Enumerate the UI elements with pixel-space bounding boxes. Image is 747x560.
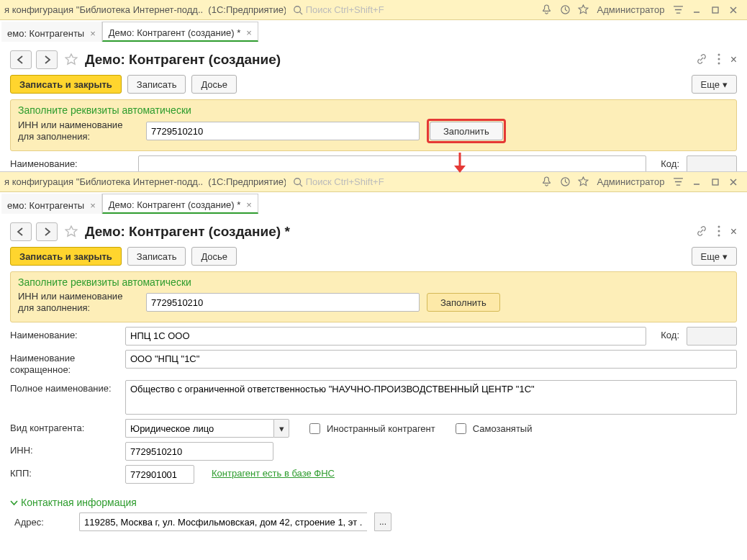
code-input[interactable] bbox=[687, 327, 737, 346]
save-and-close-button[interactable]: Записать и закрыть bbox=[10, 247, 122, 266]
fill-button[interactable]: Заполнить bbox=[427, 293, 500, 312]
close-window-button[interactable] bbox=[725, 174, 741, 190]
close-icon[interactable]: × bbox=[246, 27, 252, 38]
titlebar: я конфигурация "Библиотека Интернет-подд… bbox=[0, 0, 747, 20]
star-icon[interactable] bbox=[576, 2, 592, 18]
address-input[interactable] bbox=[79, 512, 367, 531]
full-name-input[interactable] bbox=[125, 380, 737, 415]
full-name-label: Полное наименование: bbox=[10, 380, 118, 394]
maximize-button[interactable] bbox=[707, 174, 723, 190]
tab-list-label: емо: Контрагенты bbox=[7, 28, 84, 39]
bell-icon[interactable] bbox=[539, 2, 555, 18]
more-button[interactable]: Еще▾ bbox=[692, 247, 737, 266]
name-input[interactable] bbox=[138, 155, 646, 171]
bell-icon[interactable] bbox=[539, 174, 555, 190]
svg-point-15 bbox=[717, 230, 720, 232]
svg-point-6 bbox=[717, 58, 720, 60]
foreign-checkbox[interactable]: Иностранный контрагент bbox=[307, 421, 435, 436]
back-button[interactable] bbox=[10, 50, 32, 69]
maximize-button[interactable] bbox=[707, 2, 723, 18]
global-search[interactable]: Поиск Ctrl+Shift+F bbox=[293, 176, 538, 187]
name-label: Наименование: bbox=[10, 155, 131, 170]
kind-label: Вид контрагента: bbox=[10, 423, 118, 434]
forward-button[interactable] bbox=[36, 222, 58, 241]
chevron-down-icon bbox=[10, 499, 18, 507]
kebab-icon[interactable] bbox=[717, 53, 720, 67]
history-icon[interactable] bbox=[557, 2, 573, 18]
save-button[interactable]: Записать bbox=[127, 75, 186, 94]
global-search[interactable]: Поиск Ctrl+Shift+F bbox=[293, 4, 538, 15]
minimize-button[interactable] bbox=[689, 2, 705, 18]
autofill-input[interactable] bbox=[146, 293, 420, 312]
more-button[interactable]: Еще▾ bbox=[692, 75, 737, 94]
fill-button[interactable]: Заполнить bbox=[430, 122, 503, 140]
fill-highlight: Заполнить bbox=[427, 119, 506, 143]
tab-form[interactable]: Демо: Контрагент (создание) * × bbox=[102, 194, 258, 214]
favorite-star-icon[interactable] bbox=[62, 50, 81, 69]
page-title: Демо: Контрагент (создание) * bbox=[85, 224, 290, 240]
dropdown-icon[interactable]: ▾ bbox=[273, 419, 289, 438]
user-name[interactable]: Администратор bbox=[597, 4, 665, 15]
code-label: Код: bbox=[661, 155, 679, 169]
kpp-input[interactable] bbox=[125, 465, 194, 484]
contact-section-title[interactable]: Контактная информация bbox=[10, 497, 737, 508]
tab-list[interactable]: емо: Контрагенты × bbox=[1, 194, 102, 214]
save-and-close-button[interactable]: Записать и закрыть bbox=[10, 75, 122, 94]
app-name: (1С:Предприятие) bbox=[208, 4, 285, 15]
svg-line-1 bbox=[299, 12, 302, 14]
autofill-label: ИНН или наименование для заполнения: bbox=[18, 291, 139, 315]
svg-point-9 bbox=[294, 178, 300, 184]
inn-label: ИНН: bbox=[10, 442, 118, 456]
short-name-label: Наименование сокращенное: bbox=[10, 350, 118, 376]
short-name-input[interactable] bbox=[125, 350, 737, 369]
address-more-button[interactable]: ... bbox=[374, 512, 391, 531]
name-input[interactable] bbox=[125, 327, 646, 346]
kind-select[interactable] bbox=[125, 419, 273, 438]
search-icon bbox=[293, 177, 303, 187]
user-name[interactable]: Администратор bbox=[597, 176, 665, 187]
close-icon[interactable]: × bbox=[90, 200, 96, 211]
close-icon[interactable]: × bbox=[90, 28, 96, 39]
autofill-title: Заполните реквизиты автоматически bbox=[18, 276, 729, 288]
minimize-button[interactable] bbox=[689, 174, 705, 190]
forward-button[interactable] bbox=[36, 50, 58, 69]
tab-list[interactable]: емо: Контрагенты × bbox=[1, 22, 102, 42]
star-icon[interactable] bbox=[576, 174, 592, 190]
search-placeholder: Поиск Ctrl+Shift+F bbox=[306, 4, 384, 15]
close-page-button[interactable]: × bbox=[730, 53, 737, 66]
autofill-title: Заполните реквизиты автоматически bbox=[18, 104, 729, 116]
arrow-icon bbox=[451, 153, 468, 174]
save-button[interactable]: Записать bbox=[127, 247, 186, 266]
history-icon[interactable] bbox=[557, 174, 573, 190]
tab-list-label: емо: Контрагенты bbox=[7, 200, 84, 211]
code-label: Код: bbox=[661, 327, 679, 340]
autofill-panel: Заполните реквизиты автоматически ИНН ил… bbox=[10, 271, 737, 322]
link-icon[interactable] bbox=[696, 53, 707, 67]
self-employed-checkbox[interactable]: Самозанятый bbox=[453, 421, 533, 436]
link-icon[interactable] bbox=[696, 225, 707, 239]
close-window-button[interactable] bbox=[725, 2, 741, 18]
dossier-button[interactable]: Досье bbox=[191, 247, 237, 266]
svg-line-10 bbox=[299, 184, 302, 186]
form-page-2: Демо: Контрагент (создание) * × Записать… bbox=[0, 214, 747, 538]
code-input[interactable] bbox=[687, 155, 737, 171]
menu-icon[interactable] bbox=[670, 174, 686, 190]
menu-icon[interactable] bbox=[670, 2, 686, 18]
address-label: Адрес: bbox=[14, 517, 72, 528]
search-icon bbox=[293, 5, 303, 15]
close-icon[interactable]: × bbox=[246, 199, 252, 210]
favorite-star-icon[interactable] bbox=[62, 222, 81, 241]
inn-input[interactable] bbox=[125, 442, 273, 461]
titlebar-2: я конфигурация "Библиотека Интернет-подд… bbox=[0, 172, 747, 192]
svg-point-14 bbox=[717, 225, 720, 227]
autofill-input[interactable] bbox=[146, 122, 420, 140]
dossier-button[interactable]: Досье bbox=[191, 75, 237, 94]
kpp-label: КПП: bbox=[10, 465, 118, 479]
app-name: (1С:Предприятие) bbox=[208, 176, 285, 187]
close-page-button[interactable]: × bbox=[730, 225, 737, 238]
tab-form[interactable]: Демо: Контрагент (создание) * × bbox=[102, 22, 258, 42]
fns-link[interactable]: Контрагент есть в базе ФНС bbox=[212, 465, 335, 479]
config-name: я конфигурация "Библиотека Интернет-подд… bbox=[4, 4, 202, 15]
kebab-icon[interactable] bbox=[717, 225, 720, 239]
back-button[interactable] bbox=[10, 222, 32, 241]
